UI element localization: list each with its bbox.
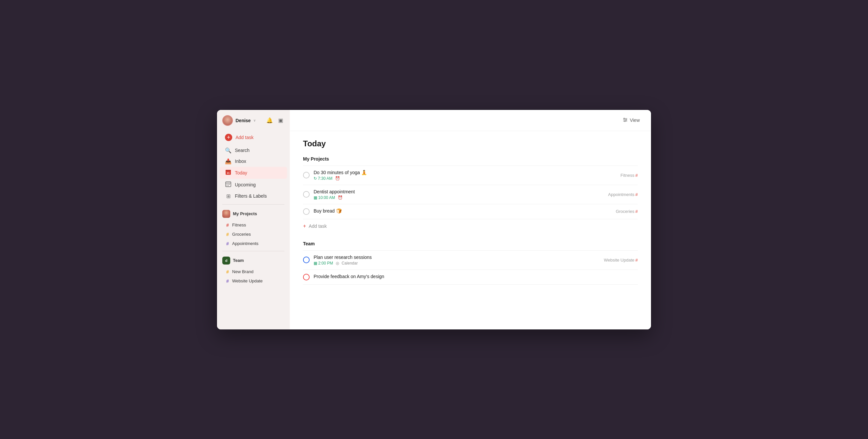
task-title-bread: Buy bread 🍞 (314, 208, 616, 213)
add-task-inline-button[interactable]: + Add task (303, 219, 638, 233)
add-task-inline-label: Add task (309, 224, 327, 229)
upcoming-icon (225, 181, 231, 188)
sidebar-item-website-update[interactable]: # Website Update (220, 276, 287, 286)
main-content: Today My Projects Do 30 minutes of yoga … (290, 131, 651, 329)
view-button[interactable]: View (619, 115, 643, 125)
sidebar-item-new-brand[interactable]: # New Brand (220, 267, 287, 276)
hash-yoga: # (636, 173, 638, 178)
sidebar-item-search[interactable]: 🔍 Search (220, 145, 287, 156)
task-checkbox-research[interactable] (303, 257, 310, 263)
task-project-bread: Groceries # (616, 209, 638, 214)
sidebar-item-inbox[interactable]: 📥 Inbox (220, 156, 287, 167)
plus-inline-icon: + (303, 223, 306, 229)
plus-icon: + (225, 134, 232, 141)
task-info-yoga: Do 30 minutes of yoga 🧘 ↻ 7:30 AM ⏰ (314, 170, 621, 181)
sidebar-header: Denise ∨ 🔔 ▣ (217, 115, 290, 131)
search-icon: 🔍 (225, 147, 231, 154)
my-projects-avatar (222, 210, 230, 218)
location-icon: ◎ (336, 261, 339, 265)
task-checkbox-amy[interactable] (303, 274, 310, 281)
groceries-label: Groceries (232, 232, 251, 237)
task-info-bread: Buy bread 🍞 (314, 208, 616, 214)
hash-icon-appointments: # (226, 241, 229, 246)
nav-label-upcoming: Upcoming (235, 182, 256, 187)
divider-2 (222, 251, 284, 251)
my-projects-section-title: My Projects (303, 156, 638, 162)
hash-icon-website-update: # (226, 279, 229, 284)
hash-icon-new-brand: # (226, 269, 229, 274)
team-task-list: Plan user research sessions ▦ 2:00 PM ◎ … (303, 250, 638, 285)
view-label: View (630, 118, 640, 123)
divider-1 (222, 204, 284, 205)
fitness-label: Fitness (232, 223, 246, 228)
filter-icon (623, 117, 628, 123)
table-row[interactable]: Provide feedback on Amy's design (303, 270, 638, 285)
table-row[interactable]: Buy bread 🍞 Groceries # (303, 204, 638, 219)
hash-research: # (636, 258, 638, 263)
task-meta-dentist: ▦ 10:00 AM ⏰ (314, 195, 608, 200)
hash-icon-fitness: # (226, 223, 229, 228)
team-section: Team Plan user research sessions ▦ (303, 241, 638, 285)
repeat-icon: ↻ (314, 176, 317, 181)
notification-button[interactable]: 🔔 (265, 116, 274, 125)
svg-rect-9 (228, 185, 228, 186)
task-checkbox-bread[interactable] (303, 208, 310, 215)
hash-dentist: # (636, 192, 638, 197)
my-projects-section-header: My Projects (217, 207, 290, 221)
task-time-research: ▦ 2:00 PM (314, 261, 333, 265)
nav-label-search: Search (235, 148, 249, 153)
sidebar-item-today[interactable]: 21 Today (220, 167, 287, 179)
task-meta-yoga: ↻ 7:30 AM ⏰ (314, 176, 621, 181)
sidebar-item-fitness[interactable]: # Fitness (220, 221, 287, 230)
sidebar-item-appointments[interactable]: # Appointments (220, 239, 287, 248)
table-row[interactable]: Dentist appointment ▦ 10:00 AM ⏰ (303, 185, 638, 204)
alarm-icon-yoga: ⏰ (335, 176, 340, 181)
sidebar-item-groceries[interactable]: # Groceries (220, 230, 287, 239)
task-meta-research: ▦ 2:00 PM ◎ Calendar (314, 261, 604, 265)
my-projects-task-list: Do 30 minutes of yoga 🧘 ↻ 7:30 AM ⏰ (303, 166, 638, 219)
my-projects-section: My Projects Do 30 minutes of yoga 🧘 ↻ (303, 156, 638, 233)
sidebar-item-filters[interactable]: ⊞ Filters & Labels (220, 191, 287, 202)
team-title: Team (233, 258, 244, 263)
sidebar: Denise ∨ 🔔 ▣ + Add task 🔍 Search 📥 Inbox (217, 110, 290, 329)
task-project-dentist: Appointments # (608, 192, 638, 197)
inbox-icon: 📥 (225, 158, 231, 165)
table-row[interactable]: Do 30 minutes of yoga 🧘 ↻ 7:30 AM ⏰ (303, 166, 638, 185)
svg-point-15 (624, 120, 625, 121)
table-row[interactable]: Plan user research sessions ▦ 2:00 PM ◎ … (303, 251, 638, 270)
layout-button[interactable]: ▣ (277, 116, 284, 125)
user-info[interactable]: Denise ∨ (222, 115, 256, 126)
nav-label-today: Today (235, 170, 247, 175)
nav-label-filters: Filters & Labels (235, 193, 267, 199)
hash-icon-groceries: # (226, 232, 229, 237)
page-title: Today (303, 139, 638, 148)
task-title-yoga: Do 30 minutes of yoga 🧘 (314, 170, 621, 175)
sidebar-item-upcoming[interactable]: Upcoming (220, 179, 287, 191)
task-time-yoga: ↻ 7:30 AM (314, 176, 333, 181)
add-task-button[interactable]: + Add task (220, 131, 287, 144)
task-time-dentist: ▦ 10:00 AM (314, 195, 335, 200)
svg-rect-8 (226, 185, 227, 186)
nav-label-inbox: Inbox (235, 158, 246, 164)
website-update-label: Website Update (232, 279, 262, 284)
main-panel: View Today My Projects Do 30 minutes of … (290, 110, 651, 329)
task-info-research: Plan user research sessions ▦ 2:00 PM ◎ … (314, 255, 604, 265)
calendar-icon-dentist: ▦ (314, 195, 317, 200)
task-info-dentist: Dentist appointment ▦ 10:00 AM ⏰ (314, 189, 608, 200)
task-project-yoga: Fitness # (621, 173, 638, 178)
my-projects-title: My Projects (233, 211, 257, 216)
main-header: View (290, 110, 651, 131)
svg-text:21: 21 (227, 172, 229, 174)
svg-point-13 (624, 118, 624, 119)
chevron-down-icon: ∨ (253, 119, 256, 122)
svg-point-14 (625, 119, 626, 120)
team-avatar: d (222, 257, 230, 265)
task-checkbox-yoga[interactable] (303, 172, 310, 178)
alarm-icon-dentist: ⏰ (338, 195, 343, 200)
task-title-amy: Provide feedback on Amy's design (314, 274, 638, 279)
svg-rect-1 (226, 170, 231, 171)
task-title-dentist: Dentist appointment (314, 189, 608, 194)
filters-icon: ⊞ (225, 193, 231, 199)
new-brand-label: New Brand (232, 269, 253, 274)
task-checkbox-dentist[interactable] (303, 191, 310, 198)
